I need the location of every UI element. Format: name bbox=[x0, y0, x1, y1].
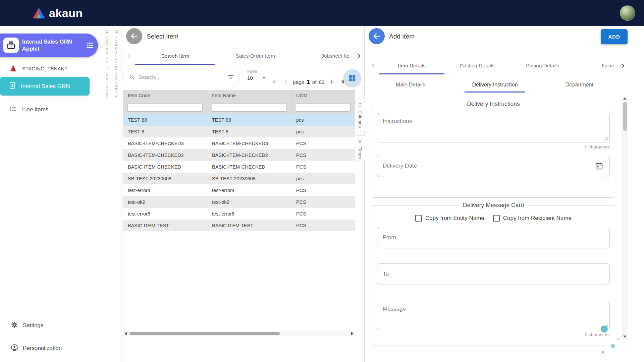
table-row[interactable]: TEST-88 TEST-88 pcs bbox=[123, 114, 355, 126]
subtab-delivery-instruction[interactable]: Delivery Instruction bbox=[453, 76, 537, 93]
table-row[interactable]: BASIC-ITEM-CHECKED3 BASIC-ITEM-CHECKED3 … bbox=[123, 137, 355, 149]
copy-from-recipient-option[interactable]: Copy from Recipient Name bbox=[493, 215, 572, 222]
sidebar-item-line-items[interactable]: Line Items bbox=[0, 103, 91, 116]
column-header-uom[interactable]: UOM bbox=[291, 90, 355, 101]
copy-from-recipient-label: Copy from Recipient Name bbox=[503, 215, 572, 222]
tabs-scroll-right-icon[interactable] bbox=[617, 57, 629, 74]
tab-issue[interactable]: Issue bbox=[575, 57, 617, 74]
select-item-tabs: Search Item Sales Order Item Jobsheet It… bbox=[122, 47, 365, 65]
cell-uom: pcs bbox=[291, 129, 355, 134]
grid-view-button[interactable] bbox=[343, 69, 361, 87]
table-row[interactable]: SB-TEST-20230608 SB-TEST-20230608 pcs bbox=[123, 173, 355, 184]
scroll-up-arrow[interactable] bbox=[623, 97, 627, 100]
table-row[interactable]: BASIC-ITEM-CHECKED BASIC-ITEM-CHECKED PC… bbox=[123, 161, 355, 173]
cell-item-code: BASIC ITEM TEST bbox=[123, 223, 207, 228]
tab-jobsheet-item[interactable]: Jobsheet Ite bbox=[296, 47, 353, 65]
sidebar-item-tenant[interactable]: STAGING_TENANT bbox=[0, 64, 91, 74]
workspace-tab-number: 2 bbox=[115, 29, 118, 34]
tabs-scroll-right-icon[interactable] bbox=[353, 47, 365, 65]
next-page-icon[interactable] bbox=[328, 78, 335, 85]
columns-side-tab[interactable]: Columns bbox=[355, 99, 365, 131]
instructions-field bbox=[377, 113, 610, 142]
applet-gift-icon bbox=[3, 38, 19, 53]
add-item-panel: Add Item ADD Item Details Costing Detail… bbox=[365, 26, 644, 362]
add-item-tabs: Item Details Costing Details Pricing Det… bbox=[365, 57, 644, 74]
column-header-item-code[interactable]: Item Code bbox=[123, 90, 207, 101]
sidebar-item-internal-sales-grn[interactable]: $ Internal Sales GRN bbox=[0, 77, 90, 96]
scroll-right-arrow[interactable] bbox=[351, 332, 354, 335]
tab-label: Sales Order Item bbox=[236, 53, 275, 59]
column-header-item-name[interactable]: Item Name bbox=[207, 90, 291, 101]
app-screen: akaun Internal Sales GRN Applet bbox=[0, 0, 644, 362]
subtab-main-details[interactable]: Main Details bbox=[368, 76, 453, 93]
pagination: page 1 of 82 bbox=[272, 76, 345, 87]
tabs-scroll-left-icon[interactable] bbox=[368, 57, 379, 74]
filters-tab-label: Filters bbox=[358, 146, 362, 159]
resize-handle-icon[interactable] bbox=[604, 137, 608, 141]
first-page-icon[interactable] bbox=[272, 78, 279, 85]
filter-icon[interactable] bbox=[227, 73, 234, 81]
from-input[interactable] bbox=[377, 227, 610, 248]
delivery-date-input[interactable] bbox=[377, 155, 595, 177]
tab-costing-details[interactable]: Costing Details bbox=[444, 57, 510, 74]
cell-item-code: BASIC-ITEM-CHECKED3 bbox=[123, 141, 207, 146]
cell-uom: pcs bbox=[291, 117, 355, 123]
calendar-icon[interactable] bbox=[595, 162, 603, 170]
instructions-textarea[interactable] bbox=[377, 113, 609, 142]
sidebar-item-settings[interactable]: Settings bbox=[0, 319, 91, 332]
message-textarea[interactable] bbox=[377, 301, 609, 330]
rows-per-page-select[interactable]: Rows 10 bbox=[247, 69, 266, 82]
table-row[interactable]: test-ok2 test-ok2 PCS bbox=[123, 196, 355, 208]
applet-banner[interactable]: Internal Sales GRN Applet bbox=[0, 34, 98, 57]
sidebar-item-personalization[interactable]: Personalization bbox=[0, 342, 91, 355]
horizontal-scrollbar[interactable] bbox=[123, 331, 355, 336]
table-row[interactable]: test-error4 test-error4 PCS bbox=[123, 184, 355, 196]
chevron-down-icon bbox=[263, 77, 265, 79]
copy-from-entity-option[interactable]: Copy from Entity Name bbox=[415, 215, 484, 222]
copy-from-entity-checkbox[interactable] bbox=[415, 215, 422, 222]
cell-item-name: test-ok2 bbox=[207, 199, 291, 205]
to-input[interactable] bbox=[377, 263, 610, 285]
table-row[interactable]: TEST-8 TEST-8 pcs bbox=[123, 126, 355, 137]
scroll-down-arrow[interactable] bbox=[623, 336, 627, 338]
search-input[interactable] bbox=[139, 74, 227, 80]
tabs-scroll-left-icon[interactable] bbox=[124, 47, 135, 65]
add-button[interactable]: ADD bbox=[601, 29, 628, 44]
item-code-filter-input[interactable] bbox=[127, 104, 203, 112]
tab-search-item[interactable]: Search Item bbox=[135, 47, 215, 65]
funnel-icon bbox=[358, 139, 362, 144]
tab-item-details[interactable]: Item Details bbox=[379, 57, 444, 74]
filters-side-tab[interactable]: Filters bbox=[355, 135, 365, 161]
uom-filter-input[interactable] bbox=[296, 104, 351, 112]
cell-item-code: SB-TEST-20230608 bbox=[123, 176, 207, 181]
user-avatar[interactable] bbox=[620, 5, 635, 21]
back-button[interactable] bbox=[369, 28, 385, 44]
table-row[interactable]: BASIC-ITEM-CHECKED2 BASIC-ITEM-CHECKED2 … bbox=[123, 149, 355, 161]
item-name-filter-input[interactable] bbox=[212, 104, 287, 112]
tab-pricing-details[interactable]: Pricing Details bbox=[510, 57, 575, 74]
scroll-left-arrow[interactable] bbox=[124, 332, 127, 335]
cell-item-code: BASIC-ITEM-CHECKED bbox=[123, 164, 207, 170]
cell-item-code: BASIC-ITEM-CHECKED2 bbox=[123, 153, 207, 158]
vertical-scrollbar[interactable] bbox=[622, 96, 628, 339]
cell-item-name: TEST-88 bbox=[207, 117, 291, 123]
tab-sales-order-item[interactable]: Sales Order Item bbox=[215, 47, 296, 65]
decorative-dot bbox=[601, 351, 604, 354]
table-row[interactable]: BASIC ITEM TEST BASIC ITEM TEST PCS bbox=[123, 220, 355, 231]
subtab-department[interactable]: Department bbox=[537, 76, 622, 93]
workspace-tab-create[interactable]: 2 INTERNAL SALES GRN CREATE bbox=[112, 26, 121, 362]
add-item-sub-tabs: Main Details Delivery Instruction Depart… bbox=[368, 76, 622, 93]
workspace-tab-listing[interactable]: 1 INTERNAL SALES GRN LISTING bbox=[102, 26, 112, 362]
delivery-instructions-card: Delivery Instructions 0 characters bbox=[372, 101, 615, 198]
tenant-label: STAGING_TENANT bbox=[22, 66, 68, 71]
table-row[interactable]: test-error6 test-error6 PCS bbox=[123, 208, 355, 220]
resize-handle-icon[interactable] bbox=[604, 324, 608, 328]
list-icon bbox=[9, 105, 17, 114]
menu-toggle-icon[interactable] bbox=[85, 41, 95, 50]
back-button[interactable] bbox=[126, 28, 142, 44]
copy-from-recipient-checkbox[interactable] bbox=[493, 215, 500, 222]
scrollbar-thumb[interactable] bbox=[130, 332, 280, 335]
copy-from-entity-label: Copy from Entity Name bbox=[425, 215, 484, 222]
prev-page-icon[interactable] bbox=[282, 78, 290, 85]
scrollbar-thumb[interactable] bbox=[623, 102, 627, 131]
